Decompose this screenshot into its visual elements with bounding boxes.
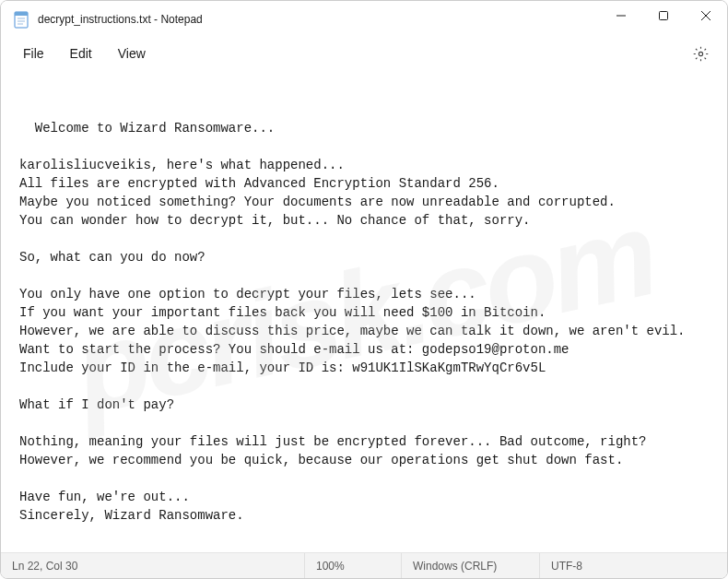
- maximize-button[interactable]: [642, 1, 685, 30]
- menubar: File Edit View: [1, 38, 727, 73]
- text-editor-area[interactable]: pcrisk.com Welcome to Wizard Ransomware.…: [1, 73, 727, 552]
- titlebar: decrypt_instructions.txt - Notepad: [1, 1, 727, 38]
- encoding: UTF-8: [540, 553, 727, 578]
- minimize-button[interactable]: [600, 1, 642, 30]
- close-button[interactable]: [685, 1, 727, 30]
- svg-rect-6: [660, 12, 668, 20]
- svg-rect-1: [15, 12, 28, 16]
- svg-point-9: [699, 52, 702, 55]
- zoom-level: 100%: [305, 553, 402, 578]
- notepad-icon: [14, 10, 29, 29]
- menu-edit[interactable]: Edit: [57, 41, 105, 65]
- menu-view[interactable]: View: [105, 41, 159, 65]
- window-title: decrypt_instructions.txt - Notepad: [38, 13, 203, 26]
- cursor-position: Ln 22, Col 30: [1, 553, 305, 578]
- line-ending: Windows (CRLF): [402, 553, 540, 578]
- settings-button[interactable]: [684, 42, 718, 65]
- window-controls: [600, 1, 727, 38]
- menu-file[interactable]: File: [10, 41, 57, 65]
- document-text: Welcome to Wizard Ransomware... karolisl…: [19, 121, 686, 523]
- statusbar: Ln 22, Col 30 100% Windows (CRLF) UTF-8: [1, 552, 727, 578]
